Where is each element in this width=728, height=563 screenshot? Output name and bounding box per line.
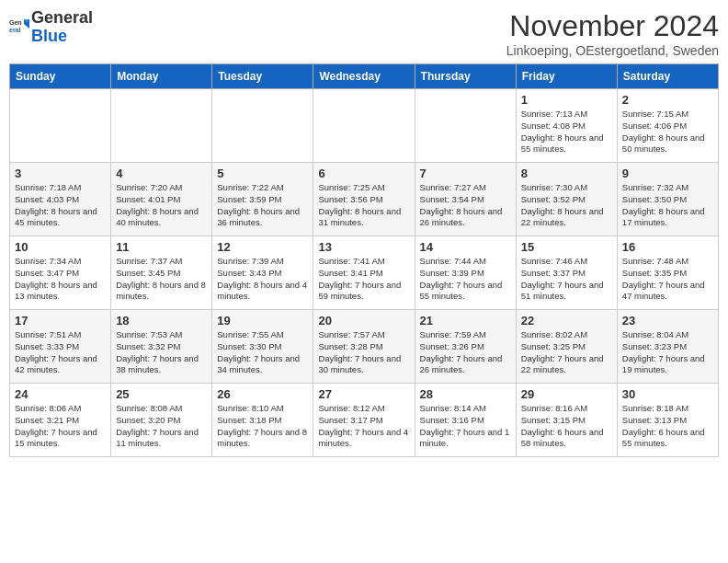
calendar-cell: 30Sunrise: 8:18 AMSunset: 3:13 PMDayligh… — [617, 384, 718, 457]
day-info: Sunrise: 8:12 AMSunset: 3:17 PMDaylight:… — [318, 403, 409, 450]
day-info: Sunrise: 8:04 AMSunset: 3:23 PMDaylight:… — [622, 329, 713, 376]
calendar-cell: 19Sunrise: 7:55 AMSunset: 3:30 PMDayligh… — [212, 310, 313, 384]
day-info: Sunrise: 8:08 AMSunset: 3:20 PMDaylight:… — [116, 403, 207, 450]
day-info: Sunrise: 7:44 AMSunset: 3:39 PMDaylight:… — [420, 256, 511, 303]
day-header-wednesday: Wednesday — [313, 64, 415, 89]
calendar-cell: 25Sunrise: 8:08 AMSunset: 3:20 PMDayligh… — [111, 384, 212, 457]
svg-text:eral: eral — [9, 27, 21, 33]
day-info: Sunrise: 7:59 AMSunset: 3:26 PMDaylight:… — [420, 329, 511, 376]
day-number: 10 — [15, 240, 106, 254]
calendar-cell: 16Sunrise: 7:48 AMSunset: 3:35 PMDayligh… — [617, 236, 718, 310]
day-info: Sunrise: 7:37 AMSunset: 3:45 PMDaylight:… — [116, 256, 207, 303]
calendar-cell: 4Sunrise: 7:20 AMSunset: 4:01 PMDaylight… — [111, 163, 212, 236]
day-number: 20 — [318, 314, 409, 327]
calendar-cell: 9Sunrise: 7:32 AMSunset: 3:50 PMDaylight… — [617, 163, 718, 236]
day-header-thursday: Thursday — [415, 64, 516, 89]
day-info: Sunrise: 7:57 AMSunset: 3:28 PMDaylight:… — [318, 329, 409, 376]
calendar-cell: 11Sunrise: 7:37 AMSunset: 3:45 PMDayligh… — [111, 236, 212, 310]
calendar-cell — [10, 89, 111, 163]
day-number: 28 — [420, 387, 511, 401]
day-number: 18 — [116, 314, 207, 327]
day-number: 29 — [521, 387, 612, 401]
calendar-cell: 22Sunrise: 8:02 AMSunset: 3:25 PMDayligh… — [516, 310, 617, 384]
day-info: Sunrise: 8:14 AMSunset: 3:16 PMDaylight:… — [420, 403, 511, 450]
day-number: 1 — [521, 93, 612, 107]
day-header-sunday: Sunday — [10, 64, 111, 89]
calendar-week-row: 1Sunrise: 7:13 AMSunset: 4:08 PMDaylight… — [10, 89, 719, 163]
calendar-week-row: 24Sunrise: 8:06 AMSunset: 3:21 PMDayligh… — [10, 384, 719, 457]
calendar-cell — [415, 89, 516, 163]
day-info: Sunrise: 7:34 AMSunset: 3:47 PMDaylight:… — [15, 256, 106, 303]
day-info: Sunrise: 8:18 AMSunset: 3:13 PMDaylight:… — [622, 403, 713, 450]
calendar-cell: 1Sunrise: 7:13 AMSunset: 4:08 PMDaylight… — [516, 89, 617, 163]
calendar-cell: 2Sunrise: 7:15 AMSunset: 4:06 PMDaylight… — [617, 89, 718, 163]
month-year-title: November 2024 — [506, 9, 719, 43]
calendar-cell — [111, 89, 212, 163]
day-number: 30 — [622, 387, 713, 401]
calendar-cell: 17Sunrise: 7:51 AMSunset: 3:33 PMDayligh… — [10, 310, 111, 384]
day-number: 19 — [217, 314, 308, 327]
day-number: 17 — [15, 314, 106, 327]
day-number: 14 — [420, 240, 511, 254]
location-subtitle: Linkoeping, OEstergoetland, Sweden — [506, 43, 719, 58]
day-number: 24 — [15, 387, 106, 401]
calendar-cell: 10Sunrise: 7:34 AMSunset: 3:47 PMDayligh… — [10, 236, 111, 310]
day-header-friday: Friday — [516, 64, 617, 89]
calendar-cell: 7Sunrise: 7:27 AMSunset: 3:54 PMDaylight… — [415, 163, 516, 236]
day-number: 23 — [622, 314, 713, 327]
day-info: Sunrise: 7:46 AMSunset: 3:37 PMDaylight:… — [521, 256, 612, 303]
day-number: 2 — [622, 93, 713, 107]
day-number: 9 — [622, 167, 713, 180]
day-info: Sunrise: 7:48 AMSunset: 3:35 PMDaylight:… — [622, 256, 713, 303]
day-number: 27 — [318, 387, 409, 401]
day-info: Sunrise: 7:53 AMSunset: 3:32 PMDaylight:… — [116, 329, 207, 376]
day-info: Sunrise: 7:51 AMSunset: 3:33 PMDaylight:… — [15, 329, 106, 376]
day-info: Sunrise: 7:20 AMSunset: 4:01 PMDaylight:… — [116, 182, 207, 229]
day-number: 15 — [521, 240, 612, 254]
calendar-cell — [212, 89, 313, 163]
day-info: Sunrise: 7:30 AMSunset: 3:52 PMDaylight:… — [521, 182, 612, 229]
day-number: 6 — [318, 167, 409, 180]
header: Gen eral General Blue November 2024 Link… — [9, 9, 719, 58]
day-number: 21 — [420, 314, 511, 327]
logo-blue-text: Blue — [31, 27, 67, 45]
calendar-cell: 14Sunrise: 7:44 AMSunset: 3:39 PMDayligh… — [415, 236, 516, 310]
calendar-cell: 8Sunrise: 7:30 AMSunset: 3:52 PMDaylight… — [516, 163, 617, 236]
day-number: 26 — [217, 387, 308, 401]
calendar-cell: 21Sunrise: 7:59 AMSunset: 3:26 PMDayligh… — [415, 310, 516, 384]
day-info: Sunrise: 7:32 AMSunset: 3:50 PMDaylight:… — [622, 182, 713, 229]
calendar-cell: 29Sunrise: 8:16 AMSunset: 3:15 PMDayligh… — [516, 384, 617, 457]
day-number: 4 — [116, 167, 207, 180]
svg-text:Gen: Gen — [9, 19, 22, 26]
calendar-cell: 15Sunrise: 7:46 AMSunset: 3:37 PMDayligh… — [516, 236, 617, 310]
logo-general-text: General — [31, 8, 93, 27]
day-number: 16 — [622, 240, 713, 254]
calendar-cell: 24Sunrise: 8:06 AMSunset: 3:21 PMDayligh… — [10, 384, 111, 457]
calendar-cell: 6Sunrise: 7:25 AMSunset: 3:56 PMDaylight… — [313, 163, 415, 236]
calendar-week-row: 10Sunrise: 7:34 AMSunset: 3:47 PMDayligh… — [10, 236, 719, 310]
day-info: Sunrise: 8:06 AMSunset: 3:21 PMDaylight:… — [15, 403, 106, 450]
day-number: 7 — [420, 167, 511, 180]
day-number: 13 — [318, 240, 409, 254]
logo-icon: Gen eral — [9, 16, 29, 36]
calendar-cell: 23Sunrise: 8:04 AMSunset: 3:23 PMDayligh… — [617, 310, 718, 384]
logo: Gen eral General Blue — [9, 9, 93, 46]
day-header-tuesday: Tuesday — [212, 64, 313, 89]
calendar-cell: 13Sunrise: 7:41 AMSunset: 3:41 PMDayligh… — [313, 236, 415, 310]
day-info: Sunrise: 8:10 AMSunset: 3:18 PMDaylight:… — [217, 403, 308, 450]
calendar-week-row: 3Sunrise: 7:18 AMSunset: 4:03 PMDaylight… — [10, 163, 719, 236]
day-header-monday: Monday — [111, 64, 212, 89]
day-info: Sunrise: 7:15 AMSunset: 4:06 PMDaylight:… — [622, 109, 713, 155]
calendar-cell: 5Sunrise: 7:22 AMSunset: 3:59 PMDaylight… — [212, 163, 313, 236]
calendar-cell: 26Sunrise: 8:10 AMSunset: 3:18 PMDayligh… — [212, 384, 313, 457]
calendar-week-row: 17Sunrise: 7:51 AMSunset: 3:33 PMDayligh… — [10, 310, 719, 384]
day-header-saturday: Saturday — [617, 64, 718, 89]
calendar-cell: 28Sunrise: 8:14 AMSunset: 3:16 PMDayligh… — [415, 384, 516, 457]
day-number: 25 — [116, 387, 207, 401]
calendar-cell: 20Sunrise: 7:57 AMSunset: 3:28 PMDayligh… — [313, 310, 415, 384]
title-area: November 2024 Linkoeping, OEstergoetland… — [506, 9, 719, 58]
day-number: 12 — [217, 240, 308, 254]
calendar-cell — [313, 89, 415, 163]
day-info: Sunrise: 7:13 AMSunset: 4:08 PMDaylight:… — [521, 109, 612, 155]
calendar-cell: 12Sunrise: 7:39 AMSunset: 3:43 PMDayligh… — [212, 236, 313, 310]
